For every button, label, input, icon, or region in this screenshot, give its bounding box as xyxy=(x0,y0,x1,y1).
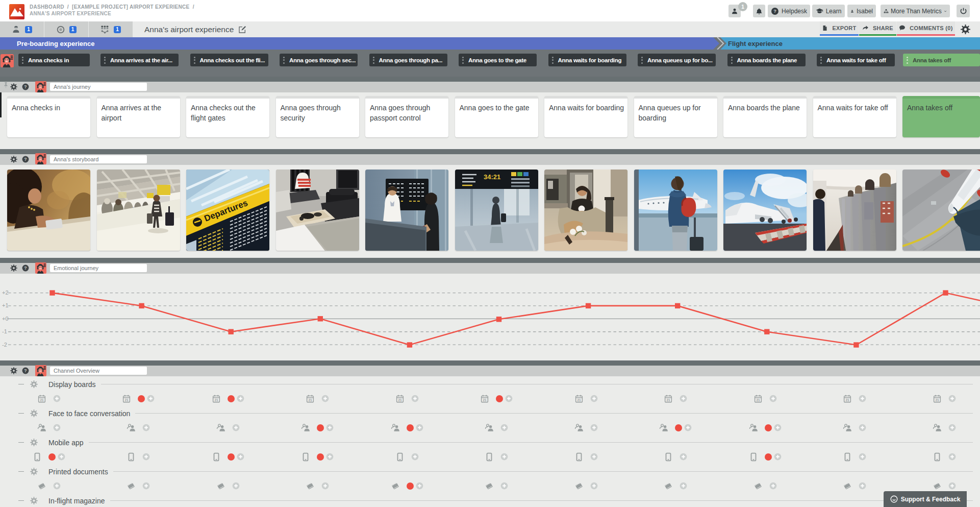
svg-text:?: ? xyxy=(24,156,27,161)
svg-text:21: 21 xyxy=(756,398,760,401)
svg-text:21: 21 xyxy=(398,398,402,401)
svg-text:34:21: 34:21 xyxy=(484,173,500,181)
svg-text:+0: +0 xyxy=(2,315,9,321)
svg-text:21: 21 xyxy=(40,398,44,401)
svg-text:21: 21 xyxy=(845,398,849,401)
svg-text:21: 21 xyxy=(935,398,939,401)
svg-text:21: 21 xyxy=(124,398,129,401)
svg-text:?: ? xyxy=(24,84,27,89)
svg-text:21: 21 xyxy=(214,398,218,401)
svg-text:21: 21 xyxy=(308,398,312,401)
svg-text:?: ? xyxy=(24,368,27,373)
svg-text:+2: +2 xyxy=(2,289,9,296)
svg-text:21: 21 xyxy=(577,398,581,401)
svg-text:+1: +1 xyxy=(2,302,9,308)
svg-text:21: 21 xyxy=(666,398,670,401)
svg-text:?: ? xyxy=(773,9,776,14)
svg-text:-1: -1 xyxy=(2,328,7,334)
svg-text:-2: -2 xyxy=(2,341,7,347)
svg-text:?: ? xyxy=(24,265,27,271)
svg-text:21: 21 xyxy=(483,398,487,401)
